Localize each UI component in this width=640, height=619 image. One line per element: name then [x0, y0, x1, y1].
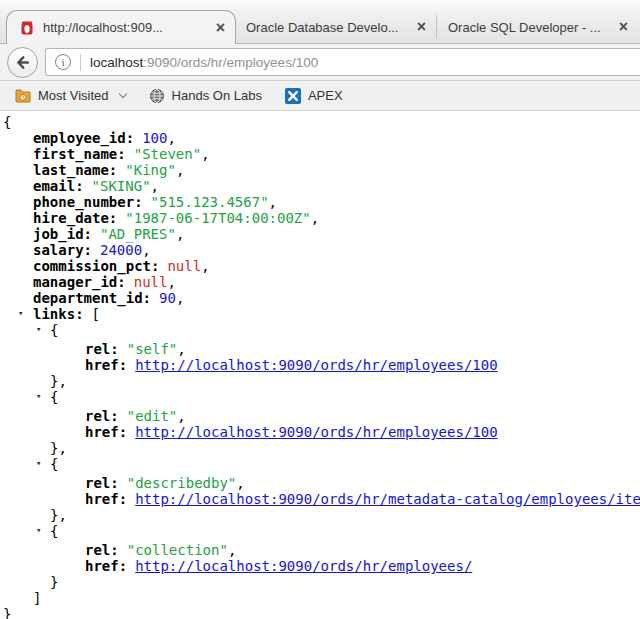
- json-line: ]: [0, 590, 640, 606]
- json-key: phone_number:: [33, 194, 143, 210]
- bookmark-hands-on-labs[interactable]: Hands On Labs: [142, 84, 269, 108]
- comma: ,: [201, 258, 209, 274]
- json-value: 90: [159, 290, 176, 306]
- collapse-toggle-icon[interactable]: ▾: [36, 391, 41, 402]
- json-key: rel:: [85, 341, 119, 357]
- collapse-toggle-icon[interactable]: ▾: [18, 308, 23, 319]
- bookmarks-bar: Most Visited Hands On Labs APEX: [0, 81, 640, 111]
- collapse-toggle-icon[interactable]: ▾: [36, 324, 41, 335]
- ords-favicon-icon: [19, 20, 35, 36]
- json-line: ▾{: [0, 322, 640, 338]
- json-line-email: email:"SKING",: [0, 178, 640, 194]
- comma: ,: [176, 162, 184, 178]
- json-line-salary: salary:24000,: [0, 242, 640, 258]
- url-host: localhost: [90, 55, 143, 70]
- globe-icon: [149, 88, 165, 104]
- json-line-href: href:http://localhost:9090/ords/hr/emplo…: [0, 357, 640, 373]
- json-line-links: ▾links:[: [0, 306, 640, 322]
- bookmark-apex[interactable]: APEX: [278, 84, 350, 108]
- json-value: "Steven": [134, 146, 201, 162]
- json-line-hire-date: hire_date:"1987-06-17T04:00:00Z",: [0, 210, 640, 226]
- brace: {: [50, 456, 58, 472]
- json-key: href:: [85, 558, 127, 574]
- comma: ,: [151, 178, 159, 194]
- comma: ,: [167, 130, 175, 146]
- comma: ,: [167, 274, 175, 290]
- json-line-rel: rel:"describedby",: [0, 475, 640, 491]
- folder-clock-icon: [15, 88, 31, 104]
- tab-localhost[interactable]: http://localhost:909... ×: [6, 10, 236, 44]
- brace: },: [50, 440, 67, 456]
- json-key: rel:: [85, 542, 119, 558]
- json-line-rel: rel:"self",: [0, 341, 640, 357]
- json-key: email:: [33, 178, 84, 194]
- tab-sql-developer[interactable]: Oracle SQL Developer - ... ×: [438, 11, 640, 43]
- json-line-rel: rel:"collection",: [0, 542, 640, 558]
- json-line-job-id: job_id:"AD_PRES",: [0, 226, 640, 242]
- tab-title: Oracle SQL Developer - ...: [448, 20, 613, 35]
- chevron-down-icon: [118, 90, 126, 98]
- json-key: hire_date:: [33, 210, 117, 226]
- json-key: department_id:: [33, 290, 151, 306]
- json-key: job_id:: [33, 226, 92, 242]
- json-line: ▾{: [0, 389, 640, 405]
- brace: {: [50, 523, 58, 539]
- json-href-link[interactable]: http://localhost:9090/ords/hr/employees/…: [135, 357, 497, 373]
- comma: ,: [311, 210, 319, 226]
- brace: {: [50, 322, 58, 338]
- comma: ,: [176, 226, 184, 242]
- tab-close-icon[interactable]: ×: [216, 20, 225, 36]
- json-line: },: [0, 507, 640, 523]
- ords-favicon-svg: [19, 20, 35, 36]
- json-value: "describedby": [127, 475, 237, 491]
- bracket: [: [92, 306, 100, 322]
- json-key: employee_id:: [33, 130, 134, 146]
- brace: {: [50, 389, 58, 405]
- json-line-href: href:http://localhost:9090/ords/hr/emplo…: [0, 558, 640, 574]
- bookmark-label: Most Visited: [38, 88, 109, 103]
- comma: ,: [142, 242, 150, 258]
- json-value: "King": [125, 162, 176, 178]
- collapse-toggle-icon[interactable]: ▾: [36, 458, 41, 469]
- json-key: commission_pct:: [33, 258, 159, 274]
- bookmark-label: Hands On Labs: [172, 88, 262, 103]
- bookmark-most-visited[interactable]: Most Visited: [8, 84, 133, 108]
- json-href-link[interactable]: http://localhost:9090/ords/hr/metadata-c…: [135, 491, 640, 507]
- json-key: rel:: [85, 475, 119, 491]
- json-line: },: [0, 373, 640, 389]
- comma: ,: [201, 146, 209, 162]
- json-value: "self": [127, 341, 178, 357]
- site-info-icon[interactable]: i: [55, 54, 71, 70]
- json-line-last-name: last_name:"King",: [0, 162, 640, 178]
- json-line-manager-id: manager_id:null,: [0, 274, 640, 290]
- navigation-bar: i localhost:9090/ords/hr/employees/100: [0, 43, 640, 81]
- json-href-link[interactable]: http://localhost:9090/ords/hr/employees/…: [135, 424, 497, 440]
- url-bar[interactable]: i localhost:9090/ords/hr/employees/100: [45, 48, 640, 76]
- json-line-first-name: first_name:"Steven",: [0, 146, 640, 162]
- json-line-phone-number: phone_number:"515.123.4567",: [0, 194, 640, 210]
- tab-oracle-database[interactable]: Oracle Database Develo... ×: [240, 11, 434, 43]
- comma: ,: [269, 194, 277, 210]
- tab-close-icon[interactable]: ×: [417, 19, 426, 35]
- json-key: rel:: [85, 408, 119, 424]
- tab-close-icon[interactable]: ×: [619, 19, 628, 35]
- brace: },: [50, 507, 67, 523]
- json-key: href:: [85, 424, 127, 440]
- json-value: "AD_PRES": [100, 226, 176, 242]
- bookmark-label: APEX: [308, 88, 343, 103]
- collapse-toggle-icon[interactable]: ▾: [36, 525, 41, 536]
- json-line: },: [0, 440, 640, 456]
- json-line-href: href:http://localhost:9090/ords/hr/emplo…: [0, 424, 640, 440]
- comma: ,: [177, 408, 185, 424]
- json-href-link[interactable]: http://localhost:9090/ords/hr/employees/: [135, 558, 472, 574]
- json-viewer: { employee_id:100, first_name:"Steven", …: [0, 111, 640, 619]
- back-button[interactable]: [7, 47, 38, 78]
- brace: }: [3, 606, 11, 619]
- json-line-href: href:http://localhost:9090/ords/hr/metad…: [0, 491, 640, 507]
- json-value: "SKING": [92, 178, 151, 194]
- json-value: 100: [142, 130, 167, 146]
- brace: }: [50, 574, 58, 590]
- url-divider: [80, 54, 81, 71]
- brace: {: [3, 114, 11, 130]
- json-value: "515.123.4567": [151, 194, 269, 210]
